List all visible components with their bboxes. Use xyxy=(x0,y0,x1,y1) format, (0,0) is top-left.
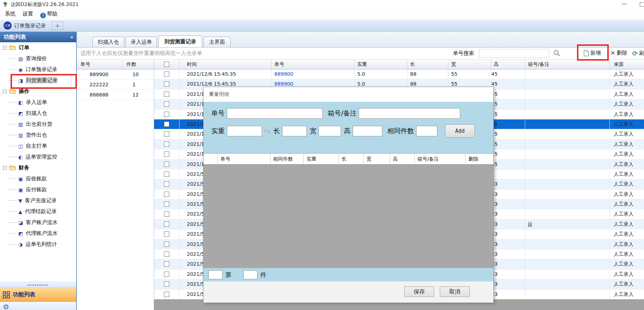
menu-settings[interactable]: 设置 xyxy=(23,11,33,17)
maximize-button[interactable] xyxy=(640,2,644,7)
row-checkbox[interactable] xyxy=(164,281,169,287)
row-select-cell[interactable] xyxy=(154,129,180,139)
save-button[interactable]: 保存 xyxy=(404,286,434,297)
sidebar-group-订单[interactable]: –订单 xyxy=(0,42,76,53)
row-checkbox[interactable] xyxy=(164,92,169,97)
sidebar-item-客户充值记录[interactable]: ▼客户充值记录 xyxy=(0,195,76,206)
row-select-cell[interactable] xyxy=(154,79,180,89)
sidebar-item-货件出仓[interactable]: ▥货件出仓 xyxy=(0,130,76,141)
summary-col-count[interactable]: 件数 xyxy=(123,60,154,69)
tab-录入运单[interactable]: 录入运单 xyxy=(126,37,157,47)
row-select-cell[interactable] xyxy=(154,89,180,99)
tree-collapse-icon[interactable]: – xyxy=(3,166,7,170)
dialog-close-icon[interactable]: ✕ xyxy=(209,91,487,97)
sidebar-settings-row[interactable]: ⚙ xyxy=(0,302,76,310)
row-select-cell[interactable] xyxy=(154,140,180,149)
row-checkbox[interactable] xyxy=(164,272,169,277)
sidebar-item-客户账户流水[interactable]: ◪客户账户流水 xyxy=(0,217,76,228)
row-checkbox[interactable] xyxy=(164,222,169,227)
row-checkbox[interactable] xyxy=(164,292,169,297)
row-select-cell[interactable] xyxy=(154,149,180,159)
dialog-wid-input[interactable] xyxy=(318,126,341,136)
sidebar-group-财务[interactable]: –财务 xyxy=(0,162,76,173)
summary-row[interactable]: 2222221 xyxy=(77,80,154,90)
dialog-same-count-input[interactable] xyxy=(416,126,437,136)
row-checkbox[interactable] xyxy=(164,131,169,137)
sidebar-item-扫描入仓[interactable]: ◩扫描入仓 xyxy=(0,108,76,119)
dialog-piece-count-input[interactable] xyxy=(243,270,257,279)
row-checkbox[interactable] xyxy=(164,242,169,247)
sidebar-function-list-button[interactable]: 功能列表 xyxy=(0,288,76,302)
sidebar-item-代理账户流水[interactable]: ◩代理账户流水 xyxy=(0,228,76,239)
sidebar-item-应收账款[interactable]: ▣应收账款 xyxy=(0,173,76,184)
sidebar-item-运单毛利统计[interactable]: ◑运单毛利统计 xyxy=(0,239,76,250)
menu-system[interactable]: 系统 xyxy=(5,11,16,17)
delete-button[interactable]: ✕ 删除 xyxy=(610,50,627,56)
row-checkbox[interactable] xyxy=(164,211,169,217)
dialog-ticket-count-input[interactable] xyxy=(208,270,223,279)
sidebar-splitter[interactable]: ▪▪▪▪▪▪▪▪▪ xyxy=(0,282,76,288)
row-select-cell[interactable] xyxy=(154,279,180,289)
grid-header-单号[interactable]: 单号 xyxy=(272,60,354,69)
sidebar-item-应付账款[interactable]: ▣应付账款 xyxy=(0,184,76,195)
row-checkbox[interactable] xyxy=(164,192,169,197)
grid-header-箱号/备注[interactable]: 箱号/备注 xyxy=(525,60,610,69)
grid-header-来源[interactable]: 来源 xyxy=(610,60,644,69)
menu-help[interactable]: ?帮助 xyxy=(40,11,57,18)
dialog-hei-input[interactable] xyxy=(353,126,382,136)
row-checkbox[interactable] xyxy=(164,162,169,167)
row-select-cell[interactable] xyxy=(154,199,180,209)
row-select-cell[interactable] xyxy=(154,229,180,239)
dialog-no-input[interactable] xyxy=(227,108,323,119)
row-checkbox[interactable] xyxy=(164,181,169,187)
row-select-cell[interactable] xyxy=(154,69,180,79)
refresh-button[interactable]: ⟳ 刷新 xyxy=(632,50,644,57)
tab-到货测重记录[interactable]: 到货测重记录 xyxy=(158,36,202,47)
row-checkbox[interactable] xyxy=(164,72,169,77)
dialog-weight-input[interactable] xyxy=(227,126,262,136)
tree-collapse-icon[interactable]: – xyxy=(3,89,7,93)
search-input[interactable] xyxy=(479,49,549,58)
search-icon[interactable] xyxy=(553,49,561,58)
grid-header-select[interactable] xyxy=(154,60,180,69)
table-row[interactable]: 2021/12/6 15:45:358899005.0885545人工录入 xyxy=(154,69,644,79)
open-module-tab[interactable]: 订单预录记录 xyxy=(14,23,46,29)
add-button[interactable]: Add xyxy=(445,124,475,138)
row-select-cell[interactable] xyxy=(154,259,180,269)
row-select-cell[interactable] xyxy=(154,119,180,129)
row-select-cell[interactable] xyxy=(154,269,180,279)
row-select-cell[interactable] xyxy=(154,110,180,119)
select-all-checkbox[interactable] xyxy=(164,62,169,67)
cancel-button[interactable]: 取消 xyxy=(440,286,470,297)
dialog-len-input[interactable] xyxy=(282,126,307,136)
summary-row[interactable]: 88990010 xyxy=(77,69,154,80)
row-checkbox[interactable] xyxy=(164,112,169,117)
row-select-cell[interactable] xyxy=(154,219,180,229)
sidebar-item-订单预录记录[interactable]: ◉订单预录记录 xyxy=(0,64,76,75)
row-select-cell[interactable] xyxy=(154,99,180,109)
row-select-cell[interactable] xyxy=(154,169,180,179)
row-checkbox[interactable] xyxy=(164,231,169,237)
row-checkbox[interactable] xyxy=(164,261,169,267)
grid-header-长[interactable]: 长 xyxy=(407,60,448,69)
sidebar-collapse-button[interactable]: « xyxy=(70,32,73,42)
row-select-cell[interactable] xyxy=(154,209,180,219)
sidebar-item-出仓前分货[interactable]: ▧出仓前分货 xyxy=(0,119,76,130)
tab-扫描入仓[interactable]: 扫描入仓 xyxy=(92,37,124,47)
sidebar-item-运单管理监控[interactable]: ◐运单管理监控 xyxy=(0,151,76,162)
row-checkbox[interactable] xyxy=(164,172,169,177)
dialog-box-input[interactable] xyxy=(359,108,460,119)
summary-col-no[interactable]: 单号 xyxy=(77,60,123,69)
row-select-cell[interactable] xyxy=(154,240,180,249)
row-select-cell[interactable] xyxy=(154,160,180,169)
row-checkbox[interactable] xyxy=(164,142,169,147)
row-select-cell[interactable] xyxy=(154,179,180,189)
summary-row[interactable]: 88888812 xyxy=(77,90,154,100)
sidebar-item-代理结款记录[interactable]: ▲代理结款记录 xyxy=(0,206,76,217)
row-checkbox[interactable] xyxy=(164,202,169,207)
grid-header-实重[interactable]: 实重 xyxy=(354,60,407,69)
row-select-cell[interactable] xyxy=(154,290,180,299)
sidebar-item-自主打单[interactable]: ◫自主打单 xyxy=(0,141,76,151)
row-select-cell[interactable] xyxy=(154,190,180,199)
row-checkbox[interactable] xyxy=(164,101,169,107)
